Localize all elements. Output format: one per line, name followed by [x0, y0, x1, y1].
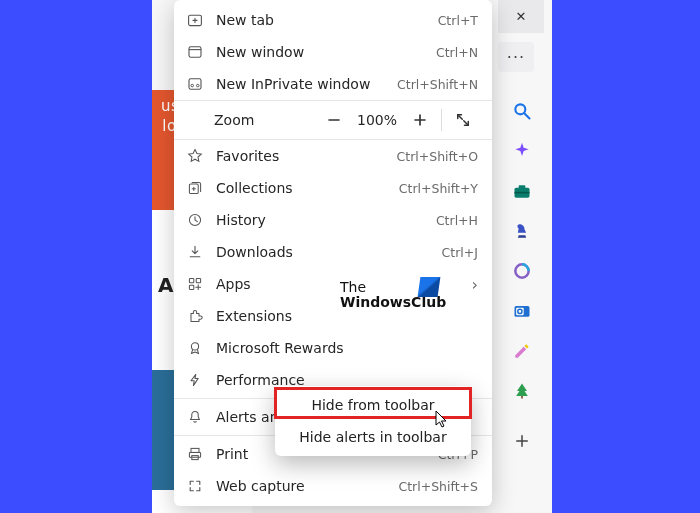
menu-label: History	[216, 212, 436, 228]
menu-favorites[interactable]: Favorites Ctrl+Shift+O	[174, 140, 492, 172]
download-icon	[186, 243, 204, 261]
menu-shortcut: Ctrl+T	[438, 13, 478, 28]
plus-icon[interactable]	[511, 430, 533, 452]
new-tab-icon	[186, 11, 204, 29]
submenu-hide-from-toolbar[interactable]: Hide from toolbar	[275, 389, 471, 421]
bell-icon	[186, 408, 204, 426]
svg-rect-19	[189, 278, 193, 282]
context-submenu: Hide from toolbar Hide alerts in toolbar	[275, 386, 471, 456]
history-icon	[186, 211, 204, 229]
chevron-right-icon: ›	[472, 275, 478, 294]
menu-web-capture[interactable]: Web capture Ctrl+Shift+S	[174, 470, 492, 502]
menu-label: Microsoft Rewards	[216, 340, 478, 356]
inprivate-icon	[186, 75, 204, 93]
webcapture-icon	[186, 477, 204, 495]
background-heading: A	[158, 273, 173, 297]
menu-shortcut: Ctrl+Shift+N	[397, 77, 478, 92]
apps-icon	[186, 275, 204, 293]
sidebar-toolbar	[500, 100, 544, 452]
menu-label: Web capture	[216, 478, 398, 494]
menu-shortcut: Ctrl+H	[436, 213, 478, 228]
window-close-button[interactable]: ✕	[498, 0, 544, 33]
zoom-out-button[interactable]	[317, 103, 351, 137]
watermark: The WindowsClub	[340, 280, 446, 311]
svg-rect-24	[189, 452, 200, 457]
menu-shortcut: Ctrl+J	[442, 245, 478, 260]
menu-rewards[interactable]: Microsoft Rewards	[174, 332, 492, 364]
svg-rect-20	[196, 278, 200, 282]
fullscreen-button[interactable]	[446, 103, 480, 137]
menu-shortcut: Ctrl+N	[436, 45, 478, 60]
rewards-icon	[186, 339, 204, 357]
menu-new-tab[interactable]: New tab Ctrl+T	[174, 4, 492, 36]
svg-rect-13	[189, 79, 201, 89]
menu-label: New InPrivate window	[216, 76, 397, 92]
window-icon	[186, 43, 204, 61]
zoom-value: 100%	[351, 112, 403, 128]
loop-icon[interactable]	[511, 260, 533, 282]
svg-rect-11	[189, 47, 201, 57]
outlook-icon[interactable]	[511, 300, 533, 322]
menu-label: Collections	[216, 180, 399, 196]
zoom-in-button[interactable]	[403, 103, 437, 137]
menu-downloads[interactable]: Downloads Ctrl+J	[174, 236, 492, 268]
submenu-label: Hide from toolbar	[311, 397, 434, 413]
pencil-icon[interactable]	[511, 340, 533, 362]
submenu-label: Hide alerts in toolbar	[299, 429, 446, 445]
zoom-label: Zoom	[186, 112, 317, 128]
menu-label: New tab	[216, 12, 438, 28]
svg-point-14	[191, 84, 194, 87]
svg-rect-21	[189, 285, 193, 289]
svg-rect-3	[519, 185, 526, 188]
svg-point-22	[191, 343, 198, 350]
menu-shortcut: Ctrl+Shift+O	[397, 149, 478, 164]
settings-and-more-button[interactable]: ···	[498, 42, 534, 72]
svg-point-15	[197, 84, 200, 87]
menu-history[interactable]: History Ctrl+H	[174, 204, 492, 236]
tree-icon[interactable]	[511, 380, 533, 402]
menu-new-window[interactable]: New window Ctrl+N	[174, 36, 492, 68]
performance-icon	[186, 371, 204, 389]
collections-icon	[186, 179, 204, 197]
menu-shortcut: Ctrl+Shift+S	[398, 479, 478, 494]
menu-zoom-row: Zoom 100%	[174, 100, 492, 140]
star-icon	[186, 147, 204, 165]
sparkle-icon[interactable]	[511, 140, 533, 162]
menu-shortcut: Ctrl+Shift+Y	[399, 181, 478, 196]
submenu-hide-alerts[interactable]: Hide alerts in toolbar	[275, 421, 471, 453]
svg-line-1	[525, 114, 530, 119]
divider	[441, 109, 442, 131]
watermark-line2: WindowsClub	[340, 295, 446, 310]
menu-label: Downloads	[216, 244, 442, 260]
menu-label: Favorites	[216, 148, 397, 164]
menu-label: New window	[216, 44, 436, 60]
menu-inprivate[interactable]: New InPrivate window Ctrl+Shift+N	[174, 68, 492, 100]
close-icon: ✕	[516, 9, 527, 24]
windowsclub-logo-icon	[418, 277, 441, 297]
briefcase-icon[interactable]	[511, 180, 533, 202]
svg-rect-4	[515, 192, 530, 194]
svg-rect-9	[521, 396, 523, 399]
menu-collections[interactable]: Collections Ctrl+Shift+Y	[174, 172, 492, 204]
ellipsis-icon: ···	[507, 48, 525, 67]
extensions-icon	[186, 307, 204, 325]
print-icon	[186, 445, 204, 463]
chess-icon[interactable]	[511, 220, 533, 242]
search-icon[interactable]	[511, 100, 533, 122]
svg-rect-23	[191, 448, 199, 452]
